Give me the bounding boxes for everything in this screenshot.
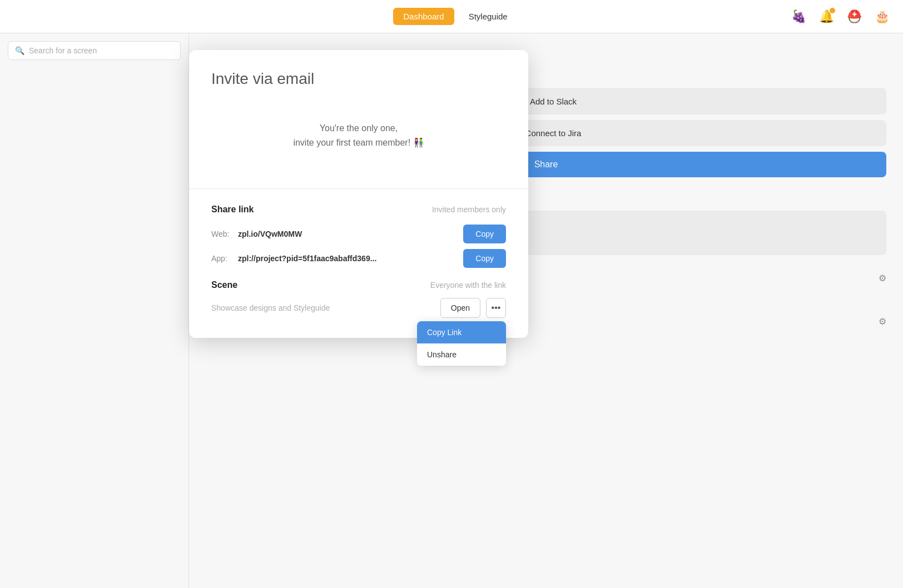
modal-top: Invite via email You're the only one, in… — [189, 50, 528, 189]
copy-web-button[interactable]: Copy — [463, 225, 506, 243]
nav-right: 🍇 🔔 ⛑️ 🎂 — [788, 7, 892, 27]
scene-name: Showcase designs and Styleguide — [211, 303, 435, 312]
app-url-value: zpl://project?pid=5f1faac9abaffd369... — [238, 254, 376, 263]
connect-jira-label: Connect to Jira — [525, 128, 582, 138]
web-url: zpl.io/VQwM0MW — [238, 230, 458, 238]
dropdown-menu: Copy Link Unshare — [417, 321, 506, 366]
modal-title: Invite via email — [211, 70, 506, 88]
web-link-row: Web: zpl.io/VQwM0MW Copy — [211, 225, 506, 243]
sidebar: 🔍 Search for a screen — [0, 33, 189, 588]
avatar-icon[interactable]: 🎂 — [872, 7, 892, 27]
search-placeholder: Search for a screen — [29, 46, 97, 55]
extensions-filter-icon[interactable]: ⚙ — [879, 273, 886, 283]
tab-styleguide[interactable]: Styleguide — [459, 8, 518, 25]
unshare-item[interactable]: Unshare — [417, 343, 506, 366]
invite-modal: Invite via email You're the only one, in… — [189, 50, 528, 338]
scene-row: Showcase designs and Styleguide Open •••… — [211, 298, 506, 318]
members-filter-icon[interactable]: ⚙ — [879, 316, 886, 327]
app-link-row: App: zpl://project?pid=5f1faac9abaffd369… — [211, 249, 506, 268]
nav-tabs: Dashboard Styleguide — [122, 8, 788, 25]
copy-link-item[interactable]: Copy Link — [417, 321, 506, 343]
empty-state-line1: You're the only one, — [320, 123, 398, 133]
scene-header: Scene Everyone with the link — [211, 280, 506, 290]
add-slack-label: Add to Slack — [530, 97, 577, 106]
grapes-icon[interactable]: 🍇 — [788, 7, 808, 27]
app-prefix: App: — [211, 254, 232, 263]
search-box[interactable]: 🔍 Search for a screen — [8, 41, 181, 60]
top-nav: Dashboard Styleguide 🍇 🔔 ⛑️ 🎂 — [0, 0, 903, 33]
empty-state-line2: invite your first team member! 👫 — [293, 138, 424, 147]
help-icon[interactable]: ⛑️ — [844, 7, 864, 27]
scene-section: Scene Everyone with the link Showcase de… — [211, 280, 506, 318]
tab-dashboard[interactable]: Dashboard — [393, 8, 454, 25]
modal-bottom: Share link Invited members only Web: zpl… — [189, 189, 528, 338]
scene-access: Everyone with the link — [430, 281, 506, 290]
modal-empty-state: You're the only one, invite your first t… — [211, 110, 506, 172]
web-prefix: Web: — [211, 230, 232, 238]
notification-badge — [830, 8, 835, 13]
ellipsis-icon: ••• — [492, 303, 501, 313]
share-link-header: Share link Invited members only — [211, 205, 506, 215]
copy-app-button[interactable]: Copy — [463, 249, 506, 268]
share-link-title: Share link — [211, 205, 254, 215]
scene-title: Scene — [211, 280, 237, 290]
more-options-button[interactable]: ••• — [486, 298, 506, 318]
share-link-access: Invited members only — [432, 205, 506, 214]
notification-icon[interactable]: 🔔 — [816, 7, 836, 27]
open-scene-button[interactable]: Open — [440, 298, 480, 318]
web-url-value: zpl.io/VQwM0MW — [238, 230, 302, 238]
search-icon: 🔍 — [15, 46, 24, 55]
app-url: zpl://project?pid=5f1faac9abaffd369... — [238, 254, 458, 263]
